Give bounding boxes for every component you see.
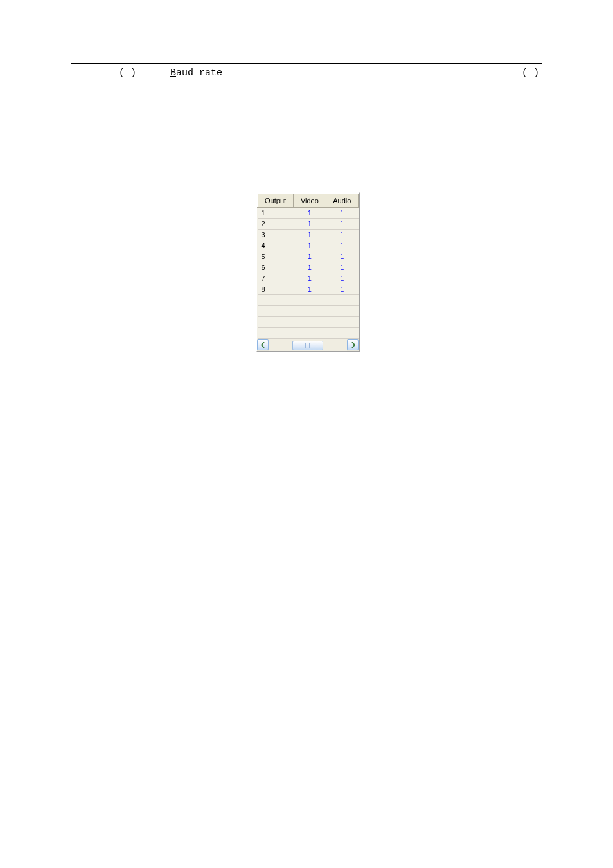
table-row [258, 306, 359, 317]
output-cell: 4 [258, 240, 294, 251]
empty-cell [258, 328, 294, 339]
scroll-left-button[interactable] [257, 339, 269, 350]
empty-cell [294, 317, 326, 328]
baud-rate-mnemonic: B [170, 68, 176, 78]
thumb-grip-icon [305, 343, 310, 348]
table-header-row: Output Video Audio [258, 194, 359, 208]
video-cell: 1 [294, 262, 326, 273]
table-row [258, 328, 359, 339]
paren-right: ( ) [522, 68, 539, 78]
chevron-left-icon [261, 342, 265, 348]
video-cell: 1 [294, 284, 326, 295]
header-row: ( ) Baud rate ( ) [71, 68, 542, 78]
header-output[interactable]: Output [258, 194, 294, 208]
audio-cell: 1 [326, 230, 358, 240]
table-row[interactable]: 311 [258, 230, 359, 240]
video-cell: 1 [294, 240, 326, 251]
audio-cell: 1 [326, 219, 358, 230]
empty-cell [326, 295, 358, 306]
empty-cell [326, 317, 358, 328]
output-cell: 5 [258, 251, 294, 262]
audio-cell: 1 [326, 208, 358, 219]
baud-rate-label: Baud rate [170, 68, 222, 78]
output-cell: 7 [258, 273, 294, 284]
video-cell: 1 [294, 230, 326, 240]
table-row [258, 295, 359, 306]
header-video[interactable]: Video [294, 194, 326, 208]
table-row[interactable]: 511 [258, 251, 359, 262]
output-cell: 1 [258, 208, 294, 219]
scroll-track[interactable] [269, 339, 347, 351]
empty-cell [294, 306, 326, 317]
header-audio[interactable]: Audio [326, 194, 358, 208]
empty-cell [294, 295, 326, 306]
video-cell: 1 [294, 273, 326, 284]
empty-cell [258, 306, 294, 317]
table-row[interactable]: 411 [258, 240, 359, 251]
output-cell: 2 [258, 219, 294, 230]
chevron-right-icon [351, 342, 355, 348]
table-row [258, 317, 359, 328]
audio-cell: 1 [326, 284, 358, 295]
empty-cell [258, 295, 294, 306]
video-cell: 1 [294, 208, 326, 219]
horizontal-scrollbar[interactable] [257, 339, 359, 351]
table-row[interactable]: 811 [258, 284, 359, 295]
empty-cell [294, 328, 326, 339]
routing-table: Output Video Audio 111211311411511611711… [257, 194, 359, 339]
table-row[interactable]: 111 [258, 208, 359, 219]
audio-cell: 1 [326, 240, 358, 251]
scroll-right-button[interactable] [347, 339, 359, 350]
table-row[interactable]: 611 [258, 262, 359, 273]
baud-rate-text: aud rate [176, 68, 222, 78]
routing-table-panel: Output Video Audio 111211311411511611711… [256, 192, 360, 352]
horizontal-rule [71, 63, 542, 64]
video-cell: 1 [294, 251, 326, 262]
scroll-thumb[interactable] [292, 341, 324, 350]
audio-cell: 1 [326, 262, 358, 273]
audio-cell: 1 [326, 251, 358, 262]
audio-cell: 1 [326, 273, 358, 284]
empty-cell [326, 306, 358, 317]
empty-cell [258, 317, 294, 328]
empty-cell [326, 328, 358, 339]
output-cell: 8 [258, 284, 294, 295]
video-cell: 1 [294, 219, 326, 230]
output-cell: 6 [258, 262, 294, 273]
table-row[interactable]: 211 [258, 219, 359, 230]
table-row[interactable]: 711 [258, 273, 359, 284]
paren-left: ( ) [119, 68, 136, 78]
output-cell: 3 [258, 230, 294, 240]
